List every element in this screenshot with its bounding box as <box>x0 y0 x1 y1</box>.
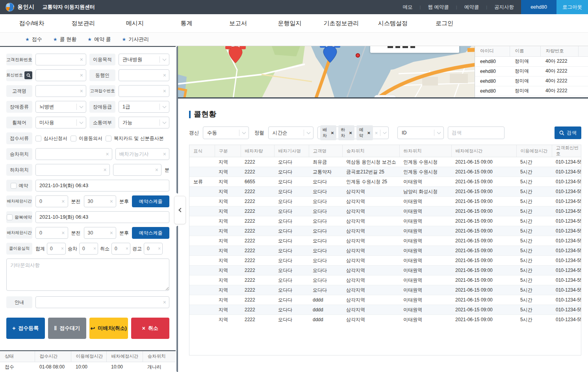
callback-input[interactable]: × <box>35 69 86 81</box>
call-row[interactable]: 보류지역6655오다다오다다인계동 수원시청 25이태원역2021-06-15 … <box>189 177 581 187</box>
filter-chip-reservation[interactable]: 예약✕ <box>356 125 373 140</box>
topbar-link-memo[interactable]: 메모 <box>395 4 419 11</box>
clear-icon[interactable]: × <box>61 199 65 204</box>
nav-statistics[interactable]: 통계 <box>161 20 212 27</box>
clear-icon[interactable]: × <box>80 88 83 94</box>
limit-before-input[interactable]: 0 × <box>35 195 68 207</box>
notes-textarea[interactable] <box>6 259 169 291</box>
search-input[interactable]: 검색 <box>448 126 505 139</box>
disability-grade-select[interactable]: 1급 <box>119 101 169 113</box>
subnav-reservation-call[interactable]: ★ 예약 콜 <box>87 36 111 43</box>
search-button[interactable]: 검색 <box>555 126 581 139</box>
clear-icon[interactable]: × <box>61 230 65 236</box>
checkbox-icon[interactable] <box>106 136 111 141</box>
search-field-select[interactable]: ID <box>397 126 444 139</box>
nav-reception-dispatch[interactable]: 접수/배차 <box>6 20 58 27</box>
subnav-reception[interactable]: ★ 접수 <box>25 36 42 43</box>
collapse-panel-handle[interactable] <box>174 196 186 224</box>
call-row[interactable]: 지역2222오다다교통약자금곡로212번길 25인계동 수원시청2021-06-… <box>189 167 581 177</box>
call-row[interactable]: 지역2222오다다오다다삼각지역이태원역2021-06-15 09:005시간0… <box>189 206 581 216</box>
checkbox-application[interactable]: 심사신청서 <box>35 135 67 142</box>
pickup-input[interactable]: × <box>35 148 112 160</box>
clear-icon[interactable]: × <box>158 246 161 251</box>
topbar-link-reservation-call[interactable]: 예약콜 <box>457 4 486 11</box>
receipt-no-input[interactable]: × <box>119 85 169 97</box>
clear-icon[interactable]: × <box>163 151 166 157</box>
nav-message[interactable]: 메시지 <box>109 20 161 27</box>
clear-icon[interactable]: × <box>163 73 166 78</box>
driver-row[interactable]: eehd80정미애40아 2222 <box>475 56 588 66</box>
map-resize-handle[interactable]: ······ <box>374 95 396 99</box>
nav-login[interactable]: 로그인 <box>419 20 470 27</box>
customer-name-input[interactable]: × <box>35 85 86 97</box>
limit-before-input-2[interactable]: 0 × <box>35 227 68 239</box>
call-row[interactable]: 지역2222오다다오다다삼각지역이태원역2021-06-15 09:005시간0… <box>189 246 581 256</box>
disability-type-select[interactable]: 뇌병변 <box>35 101 86 113</box>
call-row[interactable]: 지역2222오다다dddd삼각지역이태원역2021-06-15 09:005시간… <box>189 305 581 315</box>
checkbox-consent[interactable]: 이용동의서 <box>70 135 102 142</box>
register-button[interactable]: + 접수등록 <box>6 318 45 339</box>
call-row[interactable]: 지역2222오다다최유금역삼동 용인시청 보건소인계동 수원시청2021-06-… <box>189 157 581 167</box>
nav-system-settings[interactable]: 시스템설정 <box>367 20 419 27</box>
status-filter-multiselect[interactable]: 배차✕ 하차✕ 예약✕ × <box>317 126 389 139</box>
nav-driving-log[interactable]: 운행일지 <box>264 20 315 27</box>
call-row[interactable]: 지역2222오다다오다다삼각지역이태원역2021-06-15 09:005시간0… <box>189 236 581 246</box>
call-row[interactable]: 지역2222오다다dddd삼각지역이태원역2021-06-15 09:005시간… <box>189 315 581 325</box>
clear-all-icon[interactable]: × <box>375 130 378 136</box>
chip-remove-icon[interactable]: ✕ <box>367 131 370 135</box>
stat-cancel-input[interactable]: 0× <box>111 243 130 255</box>
filter-chip-dispatch[interactable]: 배차✕ <box>320 125 336 140</box>
communication-select[interactable]: 가능 <box>119 117 169 128</box>
wheelchair-select[interactable]: 미사용 <box>35 117 86 128</box>
clear-icon[interactable]: × <box>80 73 83 78</box>
call-row[interactable]: 지역2222오다다dddd삼각지역이태원역2021-06-15 09:005시간… <box>189 295 581 305</box>
queue-row[interactable]: 접수01-08 08:0010:0010:00개나리 <box>0 362 176 372</box>
subnav-call-status[interactable]: ★ 콜 현황 <box>53 36 76 43</box>
round-trip-datetime-input[interactable]: 2021-10-19(화) 06:43 <box>35 211 169 223</box>
clear-icon[interactable]: × <box>61 246 64 251</box>
clear-icon[interactable]: × <box>103 167 106 173</box>
filter-chip-dropoff[interactable]: 하차✕ <box>338 125 354 140</box>
nav-report[interactable]: 보고서 <box>212 20 264 27</box>
checkbox-welfare-card[interactable]: 복지카드 및 신분증사본 <box>106 135 164 142</box>
unassign-cancel-button[interactable]: ↩ 미배차(취소) <box>89 318 128 339</box>
wait-button[interactable]: ‖ 접수대기 <box>48 318 87 339</box>
reservation-schedule-button[interactable]: 예약스케줄 <box>132 195 169 207</box>
logout-button[interactable]: 로그아웃 <box>556 0 588 14</box>
map[interactable]: 도착 출발 <box>178 46 588 99</box>
checkbox-icon[interactable] <box>35 136 41 141</box>
call-row[interactable]: 지역2222오다다오다다삼각지역이태원역2021-06-15 09:005시간0… <box>189 197 581 206</box>
user-button[interactable]: eehd80 <box>521 0 556 14</box>
callback-search-button[interactable] <box>24 71 32 79</box>
call-row[interactable]: 지역2222오다다오다다삼각지역남양리 화성시청2021-06-15 09:00… <box>189 187 581 197</box>
round-trip-checkbox[interactable] <box>7 214 13 220</box>
driver-row[interactable]: eehd80정미애40아 2222 <box>475 66 588 76</box>
guide-input[interactable]: × <box>35 296 169 308</box>
driver-row[interactable]: eehd80정미애40아 2222 <box>475 76 588 86</box>
reservation-schedule-button-2[interactable]: 예약스케줄 <box>132 227 169 239</box>
clear-icon[interactable]: × <box>110 230 113 236</box>
call-row[interactable]: 지역2222오다다오다다삼각지역이태원역2021-06-15 09:005시간0… <box>189 275 581 285</box>
dropoff-input[interactable]: × <box>35 164 110 176</box>
call-row[interactable]: 지역2222오다다오다다삼각지역이태원역2021-06-15 09:005시간0… <box>189 226 581 236</box>
nav-info-management[interactable]: 정보관리 <box>58 20 109 27</box>
limit-after-input-2[interactable]: 30 × <box>84 227 117 239</box>
refresh-select[interactable]: 수동 <box>203 126 249 139</box>
clear-icon[interactable]: × <box>110 199 113 204</box>
chip-remove-icon[interactable]: ✕ <box>331 131 334 135</box>
reservation-datetime-input[interactable]: 2021-10-19(화) 06:43 <box>35 180 169 192</box>
stat-warning-input[interactable]: 0× <box>144 243 163 255</box>
companion-input[interactable]: × <box>119 69 169 81</box>
chip-remove-icon[interactable]: ✕ <box>349 131 352 135</box>
customer-phone-input[interactable]: × <box>35 54 86 65</box>
clear-icon[interactable]: × <box>93 246 96 251</box>
cancel-button[interactable]: × 취소 <box>131 318 170 339</box>
call-row[interactable]: 지역2222오다다오다다삼각지역이태원역2021-06-15 09:005시간0… <box>189 266 581 275</box>
call-row[interactable]: 지역2222오다다오다다삼각지역이태원역2021-06-15 09:005시간0… <box>189 285 581 295</box>
stat-total-input[interactable]: 0× <box>47 243 66 255</box>
nav-base-info[interactable]: 기초정보관리 <box>315 20 367 27</box>
clear-icon[interactable]: × <box>126 246 128 251</box>
clear-icon[interactable]: × <box>106 151 109 157</box>
purpose-select[interactable]: 관내병원 <box>119 54 169 65</box>
clear-icon[interactable]: × <box>155 167 158 173</box>
